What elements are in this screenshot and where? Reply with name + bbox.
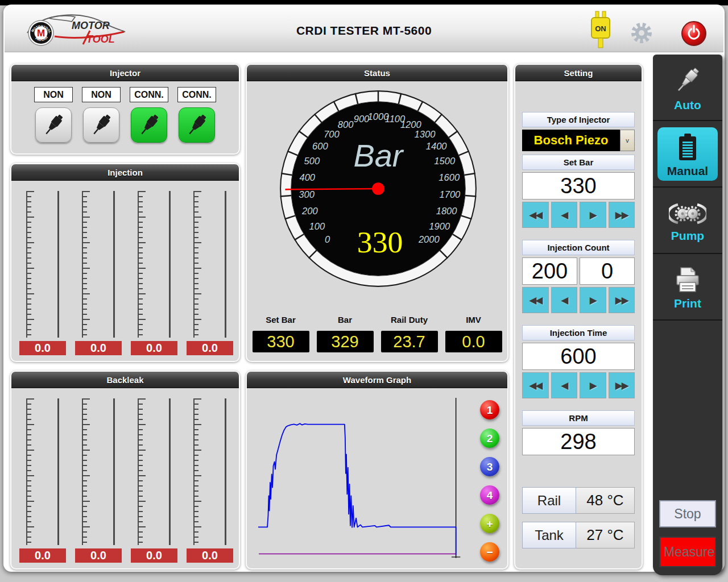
measure-button[interactable]: Measure	[659, 537, 716, 567]
set-bar-down-button[interactable]: ◀	[551, 202, 578, 228]
auto-injector-icon	[672, 65, 704, 97]
svg-text:500: 500	[304, 156, 320, 167]
app-window: MOTORTOOL PRO CRDI M MOTOR TOOL CRDI TES…	[3, 5, 725, 572]
injection-time-down-button[interactable]: ◀	[551, 372, 578, 398]
set-bar-up-button[interactable]: ▶	[580, 202, 606, 228]
injection-time-fast-down-button[interactable]: ◀◀	[522, 372, 549, 398]
meter-track	[169, 191, 171, 338]
readout-lcd: 0.0	[445, 331, 502, 352]
sidebar-item-auto[interactable]: Auto	[653, 55, 722, 121]
injection-count-fast-up-button[interactable]: ▶▶	[609, 287, 635, 313]
channel-4-button[interactable]: 4	[480, 485, 499, 505]
sidebar-item-label: Auto	[674, 98, 701, 112]
app-header: MOTORTOOL PRO CRDI M MOTOR TOOL CRDI TES…	[5, 6, 723, 52]
injection-count-up-button[interactable]: ▶	[580, 287, 606, 313]
injector-channel-4: CONN.	[177, 87, 216, 143]
injection-time-fast-up-button[interactable]: ▶▶	[609, 372, 635, 398]
channel-1-button[interactable]: 1	[480, 400, 499, 419]
injection-meter-2: 0.0	[71, 190, 126, 356]
injector-panel-title: Injector	[11, 65, 239, 81]
backleak-meter-2: 0.0	[71, 397, 126, 563]
readout-railduty: Rail Duty 23.7	[381, 315, 438, 352]
readout-imv: IMV 0.0	[445, 315, 502, 352]
injector-button-2[interactable]	[83, 107, 119, 143]
settings-gear-icon[interactable]	[629, 20, 654, 47]
svg-text:1400: 1400	[426, 141, 448, 152]
injection-time-group: Injection Time 600 ◀◀ ◀ ▶ ▶▶	[522, 325, 635, 398]
rail-temp-row: Rail 48 °C	[522, 487, 635, 514]
rail-temp-value: 48 °C	[576, 487, 635, 514]
setting-panel-title: Setting	[515, 65, 642, 81]
injection-time-label: Injection Time	[522, 325, 635, 340]
readout-lcd: 329	[317, 331, 374, 352]
injector-button-3[interactable]	[131, 107, 167, 143]
svg-text:1500: 1500	[434, 156, 456, 167]
pump-gears-icon	[669, 200, 706, 227]
injection-meter-4: 0.0	[182, 190, 238, 356]
svg-text:1700: 1700	[440, 189, 461, 200]
scale-ruler	[193, 398, 202, 545]
gauge-value: 330	[357, 225, 403, 259]
set-bar-fast-up-button[interactable]: ▶▶	[609, 202, 635, 228]
readout-label: Rail Duty	[381, 315, 438, 325]
injection-time-up-button[interactable]: ▶	[580, 372, 606, 398]
rpm-group: RPM 298	[522, 410, 635, 455]
zoom-out-button[interactable]: −	[480, 542, 499, 562]
sidebar-item-label: Pump	[671, 229, 704, 243]
usb-power-toggle[interactable]: ON	[588, 10, 613, 49]
zoom-in-button[interactable]: +	[480, 514, 499, 533]
readout-label: IMV	[445, 315, 502, 325]
backleak-value: 0.0	[75, 548, 122, 563]
injection-count-fast-down-button[interactable]: ◀◀	[522, 287, 549, 313]
injector-status-label: NON	[34, 87, 73, 102]
injector-button-4[interactable]	[179, 107, 215, 143]
backleak-panel-title: Backleak	[11, 372, 239, 388]
svg-text:1900: 1900	[429, 221, 450, 232]
scale-ruler	[193, 191, 202, 338]
injector-status-label: CONN.	[130, 87, 168, 102]
meter-track	[225, 398, 226, 545]
svg-text:2000: 2000	[418, 234, 440, 245]
injector-type-select[interactable]: Bosch Piezo	[522, 130, 620, 151]
readout-label: Set Bar	[253, 315, 309, 325]
injector-channel-3: CONN.	[130, 87, 168, 143]
channel-2-button[interactable]: 2	[480, 429, 499, 448]
injection-value: 0.0	[186, 340, 234, 356]
backleak-value: 0.0	[130, 548, 178, 563]
svg-text:200: 200	[301, 206, 318, 217]
waveform-channel-buttons: 1 2 3 4 + −	[477, 400, 503, 562]
injector-button-1[interactable]	[35, 107, 72, 143]
sidebar-item-print[interactable]: Print	[653, 254, 722, 321]
stop-button[interactable]: Stop	[659, 500, 716, 527]
scale-ruler	[26, 398, 35, 545]
scale-ruler	[138, 191, 146, 338]
injection-count-current: 0	[580, 257, 635, 285]
sidebar-item-pump[interactable]: Pump	[653, 188, 722, 254]
injector-status-label: CONN.	[177, 87, 216, 102]
meter-track	[113, 398, 115, 545]
backleak-meter-3: 0.0	[126, 397, 182, 563]
rail-temp-label: Rail	[522, 487, 576, 514]
set-bar-group: Set Bar 330 ◀◀ ◀ ▶ ▶▶	[522, 155, 635, 228]
tank-temp-row: Tank 27 °C	[522, 522, 635, 548]
injector-type-dropdown-button[interactable]: v	[620, 130, 635, 151]
injection-value: 0.0	[75, 340, 122, 356]
meter-track	[225, 191, 226, 338]
pressure-gauge: 0100200300400500600700800900100011001200…	[278, 89, 478, 289]
svg-text:400: 400	[299, 172, 315, 183]
setting-panel: Setting Type of Injector Bosch Piezo v S…	[514, 64, 643, 569]
injector-channel-1: NON	[34, 87, 73, 143]
injector-channel-2: NON	[82, 87, 121, 143]
channel-3-button[interactable]: 3	[480, 457, 499, 476]
set-bar-fast-down-button[interactable]: ◀◀	[522, 202, 549, 228]
svg-text:1300: 1300	[415, 129, 436, 140]
sidebar-item-label: Print	[674, 297, 701, 310]
power-button[interactable]	[680, 20, 708, 47]
injection-count-group: Injection Count 200 0 ◀◀ ◀ ▶ ▶▶	[522, 240, 635, 313]
injection-count-down-button[interactable]: ◀	[551, 287, 578, 313]
readout-bar: Bar 329	[317, 315, 374, 352]
meter-track	[169, 398, 171, 545]
scale-ruler	[138, 398, 146, 545]
tank-temp-label: Tank	[522, 522, 576, 548]
sidebar-item-manual[interactable]: Manual	[653, 121, 722, 188]
